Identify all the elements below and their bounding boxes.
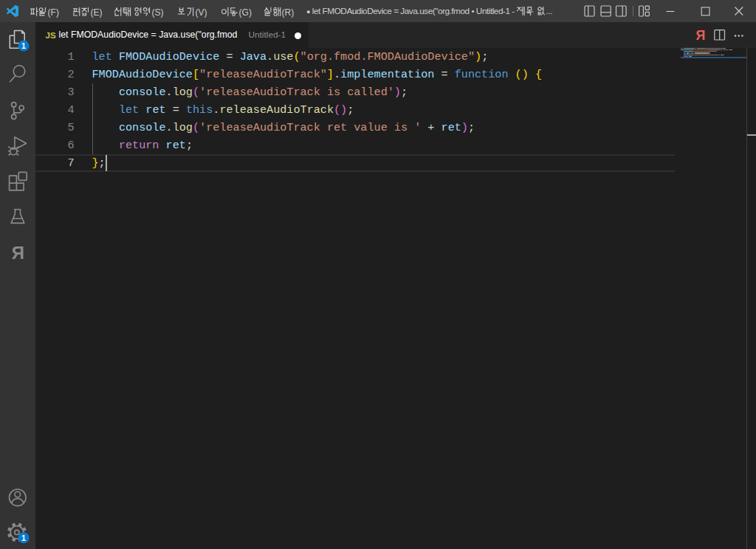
svg-text:(R): (R) xyxy=(281,7,294,18)
svg-text:(S): (S) xyxy=(151,7,163,18)
svg-text:1: 1 xyxy=(21,41,26,50)
svg-text:(E): (E) xyxy=(91,7,103,18)
svg-text:(V): (V) xyxy=(196,7,207,18)
svg-text:(G): (G) xyxy=(239,7,252,18)
svg-text:1: 1 xyxy=(21,534,26,542)
svg-text:(F): (F) xyxy=(47,7,58,18)
svg-text:Я: Я xyxy=(696,28,706,43)
svg-text:Я: Я xyxy=(12,243,24,263)
